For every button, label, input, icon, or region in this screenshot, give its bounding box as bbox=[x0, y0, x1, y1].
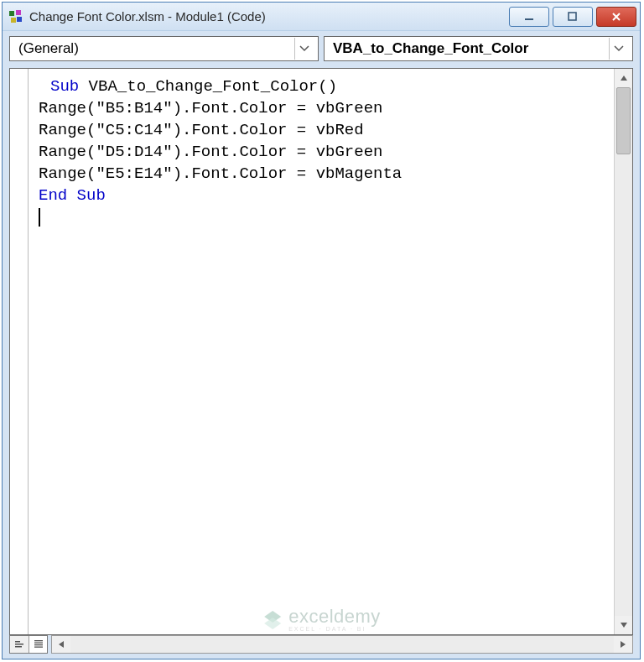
full-module-view-button[interactable] bbox=[29, 636, 47, 653]
svg-rect-0 bbox=[9, 11, 14, 16]
chevron-down-icon bbox=[294, 38, 313, 60]
chevron-down-icon bbox=[609, 38, 627, 60]
code-scroll: Sub VBA_to_Change_Font_Color() Range("B5… bbox=[29, 69, 632, 634]
bottom-row bbox=[3, 635, 640, 659]
svg-rect-5 bbox=[569, 13, 576, 20]
title-button-group bbox=[509, 7, 640, 27]
vba-code-window: Change Font Color.xlsm - Module1 (Code) … bbox=[2, 2, 641, 659]
object-dropdown[interactable]: (General) bbox=[9, 36, 319, 61]
code-editor[interactable]: Sub VBA_to_Change_Font_Color() Range("B5… bbox=[29, 69, 614, 634]
horizontal-scrollbar[interactable] bbox=[51, 635, 633, 654]
svg-rect-7 bbox=[15, 644, 23, 645]
sub-name: VBA_to_Change_Font_Color() bbox=[79, 77, 337, 96]
margin-indicator-bar[interactable] bbox=[10, 69, 29, 634]
keyword-end-sub: End Sub bbox=[39, 186, 106, 205]
titlebar[interactable]: Change Font Color.xlsm - Module1 (Code) bbox=[3, 3, 640, 31]
code-line: Range("B5:B14").Font.Color = vbGreen bbox=[39, 99, 382, 117]
app-icon bbox=[8, 8, 24, 25]
editor-wrap: Sub VBA_to_Change_Font_Color() Range("B5… bbox=[3, 68, 640, 635]
code-line: Range("E5:E14").Font.Color = vbMagenta bbox=[39, 164, 402, 183]
procedure-dropdown[interactable]: VBA_to_Change_Font_Color bbox=[324, 36, 633, 61]
keyword-sub: Sub bbox=[50, 77, 79, 96]
svg-rect-4 bbox=[525, 18, 533, 20]
code-line: Range("C5:C14").Font.Color = vbRed bbox=[39, 121, 364, 139]
hscroll-track[interactable] bbox=[70, 636, 614, 653]
procedure-dropdown-value: VBA_to_Change_Font_Color bbox=[333, 40, 528, 57]
svg-rect-8 bbox=[15, 646, 22, 648]
svg-rect-1 bbox=[16, 10, 21, 15]
svg-rect-10 bbox=[34, 643, 43, 644]
svg-rect-6 bbox=[15, 641, 20, 643]
scrollbar-thumb[interactable] bbox=[616, 87, 631, 154]
svg-rect-9 bbox=[34, 640, 43, 641]
editor-frame: Sub VBA_to_Change_Font_Color() Range("B5… bbox=[9, 68, 633, 635]
scroll-left-icon[interactable] bbox=[52, 636, 70, 653]
scroll-up-icon[interactable] bbox=[615, 69, 632, 87]
minimize-button[interactable] bbox=[509, 7, 549, 27]
object-dropdown-value: (General) bbox=[18, 40, 79, 57]
text-cursor bbox=[39, 208, 40, 227]
svg-rect-2 bbox=[11, 18, 16, 23]
code-line: Range("D5:D14").Font.Color = vbGreen bbox=[39, 143, 382, 161]
svg-rect-12 bbox=[34, 647, 43, 648]
vertical-scrollbar[interactable] bbox=[614, 69, 632, 634]
scrollbar-track[interactable] bbox=[615, 87, 632, 616]
dropdown-bar: (General) VBA_to_Change_Font_Color bbox=[3, 31, 640, 68]
scroll-right-icon[interactable] bbox=[614, 636, 632, 653]
svg-rect-3 bbox=[17, 17, 22, 22]
view-mode-buttons bbox=[9, 635, 48, 654]
close-button[interactable] bbox=[596, 7, 636, 27]
maximize-button[interactable] bbox=[553, 7, 593, 27]
svg-rect-11 bbox=[34, 644, 43, 645]
window-title: Change Font Color.xlsm - Module1 (Code) bbox=[29, 9, 509, 23]
scroll-down-icon[interactable] bbox=[615, 616, 632, 634]
procedure-view-button[interactable] bbox=[10, 636, 29, 653]
